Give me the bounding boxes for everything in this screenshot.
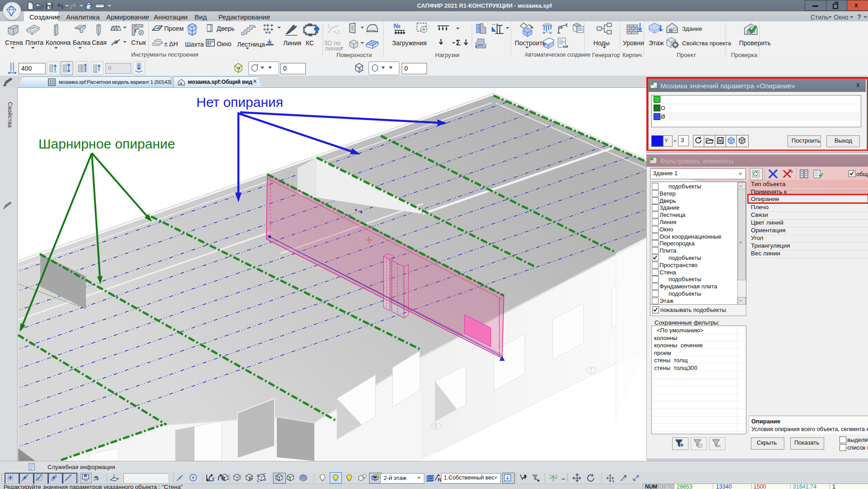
svg-text:5: 5 <box>435 424 437 429</box>
svg-text:1: 1 <box>327 24 330 29</box>
svg-text:Шарнирное опирание: Шарнирное опирание <box>38 136 175 151</box>
svg-text:Σ: Σ <box>456 38 460 47</box>
svg-text:№: № <box>394 22 401 29</box>
svg-text:Нет опирания: Нет опирания <box>196 95 283 110</box>
svg-text:1: 1 <box>337 30 340 35</box>
svg-text:7: 7 <box>589 368 592 373</box>
svg-text:X: X <box>212 477 215 482</box>
